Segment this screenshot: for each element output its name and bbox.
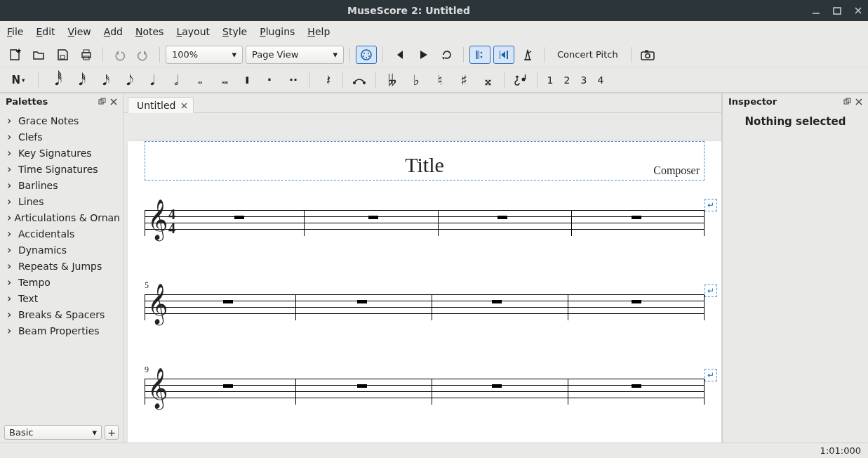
double-flat-button[interactable]: 𝄫	[382, 71, 403, 89]
menu-style[interactable]: Style	[222, 26, 247, 37]
metronome-button[interactable]	[517, 46, 538, 64]
voice-4[interactable]: 4	[594, 74, 608, 86]
whole-rest[interactable]	[223, 384, 233, 388]
palette-item[interactable]: ›Grace Notes	[4, 112, 123, 129]
concert-pitch-button[interactable]: Concert Pitch	[550, 46, 625, 64]
palette-item[interactable]: ›Dynamics	[4, 242, 123, 258]
palette-item[interactable]: ›Repeats & Jumps	[4, 258, 123, 274]
duration-half[interactable]: 𝅗𝅥	[163, 71, 185, 89]
voice-1[interactable]: 1	[543, 74, 557, 86]
whole-rest[interactable]	[357, 300, 367, 303]
close-icon[interactable]	[855, 98, 862, 105]
flip-direction-button[interactable]	[510, 71, 531, 89]
undo-button[interactable]	[109, 46, 130, 64]
whole-rest[interactable]	[234, 216, 244, 219]
close-icon[interactable]	[110, 98, 117, 105]
palette-item[interactable]: ›Lines	[4, 193, 123, 209]
whole-rest[interactable]	[368, 216, 378, 219]
staff[interactable]: 𝄞	[145, 379, 705, 404]
palette-item[interactable]: ›Text	[4, 290, 123, 306]
staff[interactable]: 𝄞	[145, 294, 705, 320]
window-maximize-icon[interactable]	[833, 6, 841, 15]
close-icon[interactable]	[181, 100, 187, 111]
menu-view[interactable]: View	[68, 26, 91, 37]
duration-32nd[interactable]: 𝅘𝅥𝅰	[68, 71, 89, 89]
flat-button[interactable]: ♭	[406, 71, 427, 89]
score-composer[interactable]: Composer	[653, 164, 700, 177]
play-repeats-button[interactable]	[469, 46, 490, 64]
voice-3[interactable]: 3	[577, 74, 591, 86]
whole-rest[interactable]	[632, 384, 641, 388]
duration-16th[interactable]: 𝅘𝅥𝅯	[92, 71, 113, 89]
menu-edit[interactable]: Edit	[36, 26, 55, 37]
open-button[interactable]	[28, 46, 49, 64]
staff[interactable]: 𝄞 4 4	[145, 210, 705, 235]
rest-button[interactable]: 𝄽	[316, 71, 337, 89]
tie-button[interactable]	[349, 71, 370, 89]
palette-item[interactable]: ›Breaks & Spacers	[4, 306, 123, 322]
dot-button[interactable]: ·	[259, 71, 280, 89]
whole-rest[interactable]	[492, 384, 502, 388]
rewind-button[interactable]	[389, 46, 410, 64]
system-break-icon[interactable]: ↵	[705, 369, 717, 381]
duration-quarter[interactable]: 𝅘𝅥	[140, 71, 161, 89]
note-input-mode-button[interactable]: N▾	[4, 71, 32, 89]
loop-button[interactable]	[436, 46, 458, 64]
time-signature[interactable]: 4 4	[167, 207, 177, 235]
image-capture-button[interactable]	[637, 46, 658, 64]
duration-longa[interactable]: 𝅛	[235, 71, 256, 89]
new-score-button[interactable]: ★	[4, 46, 25, 64]
menu-add[interactable]: Add	[104, 26, 123, 37]
menu-plugins[interactable]: Plugins	[260, 26, 295, 37]
redo-button[interactable]	[133, 46, 154, 64]
palette-item[interactable]: ›Accidentals	[4, 225, 123, 242]
duration-8th[interactable]: 𝅘𝅥𝅮	[116, 71, 137, 89]
menu-file[interactable]: File	[7, 26, 23, 37]
system-break-icon[interactable]: ↵	[705, 284, 717, 297]
separator	[309, 72, 310, 88]
palette-item[interactable]: ›Clefs	[4, 129, 123, 145]
palette-item[interactable]: ›Tempo	[4, 274, 123, 290]
view-mode-combo[interactable]: Page View ▾	[246, 46, 344, 64]
palette-item[interactable]: ›Beam Properties	[4, 322, 123, 339]
whole-rest[interactable]	[632, 216, 641, 219]
window-minimize-icon[interactable]	[812, 6, 820, 15]
whole-rest[interactable]	[492, 300, 502, 303]
document-tab[interactable]: Untitled	[128, 97, 194, 113]
natural-button[interactable]: ♮	[429, 71, 450, 89]
print-button[interactable]	[76, 46, 97, 64]
score-view[interactable]: Title Composer ↵ 𝄞 4 4	[123, 113, 721, 443]
toggle-midi-input-button[interactable]	[356, 46, 377, 64]
duration-breve[interactable]: 𝅜	[211, 71, 232, 89]
menu-help[interactable]: Help	[307, 26, 330, 37]
zoom-combo[interactable]: 100% ▾	[166, 46, 243, 64]
whole-rest[interactable]	[357, 384, 367, 388]
workspace-combo[interactable]: Basic ▾	[4, 425, 102, 440]
treble-clef-icon: 𝄞	[147, 286, 168, 321]
duration-whole[interactable]: 𝅝	[187, 71, 208, 89]
title-frame[interactable]: Title Composer	[145, 141, 705, 181]
double-dot-button[interactable]: ··	[283, 71, 304, 89]
pan-playback-button[interactable]	[493, 46, 514, 64]
duration-64th[interactable]: 𝅘𝅥𝅱	[44, 71, 65, 89]
whole-rest[interactable]	[223, 300, 233, 303]
sharp-button[interactable]: ♯	[453, 71, 474, 89]
window-close-icon[interactable]	[854, 6, 862, 15]
system-break-icon[interactable]: ↵	[705, 199, 717, 211]
whole-rest[interactable]	[498, 216, 507, 219]
play-button[interactable]	[413, 46, 434, 64]
whole-rest[interactable]	[632, 300, 641, 303]
undock-icon[interactable]	[98, 98, 106, 105]
palette-item[interactable]: ›Barlines	[4, 177, 123, 193]
voice-2[interactable]: 2	[560, 74, 574, 86]
add-workspace-button[interactable]: +	[105, 425, 119, 440]
menu-notes[interactable]: Notes	[135, 26, 163, 37]
double-sharp-button[interactable]: 𝄪	[477, 71, 498, 89]
palette-item[interactable]: ›Key Signatures	[4, 145, 123, 161]
save-button[interactable]	[52, 46, 73, 64]
palette-item[interactable]: ›Time Signatures	[4, 161, 123, 177]
score-title[interactable]: Title	[145, 153, 704, 177]
palette-item[interactable]: ›Articulations & Ornan	[4, 209, 123, 225]
undock-icon[interactable]	[843, 98, 851, 105]
menu-layout[interactable]: Layout	[176, 26, 210, 37]
